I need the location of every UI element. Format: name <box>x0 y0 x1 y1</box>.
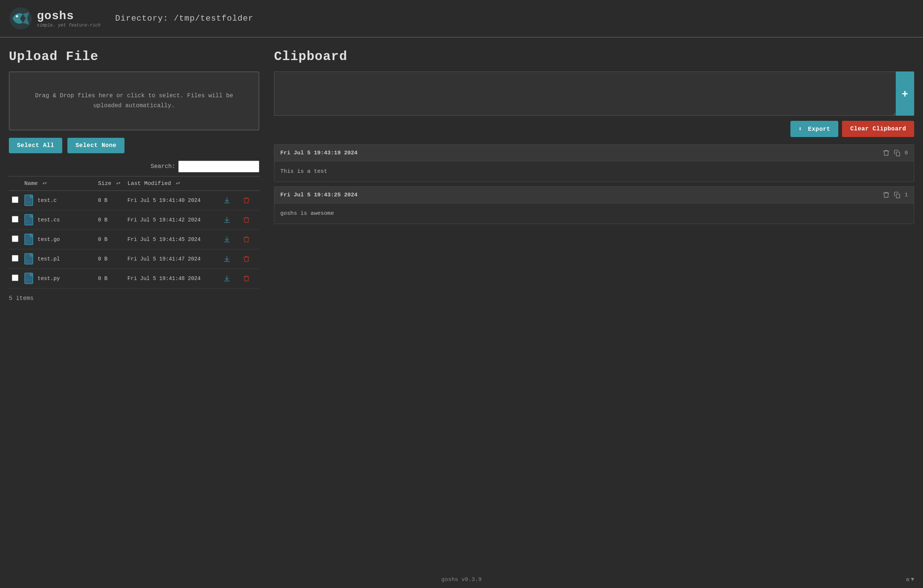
row-checkbox-cell <box>9 269 21 289</box>
footer-version: goshs v0.3.9 <box>441 576 481 583</box>
svg-text:</>: </> <box>26 240 30 242</box>
row-size: 0 B <box>95 269 125 289</box>
table-header-row: Name ▲▼ Size ▲▼ Last Modified ▲▼ <box>9 176 259 191</box>
table-row: </> test.py 0 B Fri Jul 5 19:41:48 2024 <box>9 269 259 289</box>
clipboard-entries-list: Fri Jul 5 19:43:19 2024 0 This is a test… <box>274 145 914 224</box>
logo-area: goshs simple. yet feature-rich <box>9 7 100 30</box>
file-row-checkbox-1[interactable] <box>12 216 18 223</box>
clipboard-entry-body: goshs is awesome <box>274 204 914 223</box>
file-type-icon: </> <box>24 253 34 265</box>
row-download-cell[interactable] <box>220 250 240 269</box>
download-icon[interactable] <box>223 197 231 204</box>
trash-icon[interactable] <box>243 216 250 223</box>
select-none-button[interactable]: Select None <box>67 138 125 153</box>
export-label: Export <box>808 126 831 133</box>
items-count: 5 items <box>9 295 259 302</box>
row-download-cell[interactable] <box>220 269 240 289</box>
th-size[interactable]: Size ▲▼ <box>95 176 125 191</box>
row-delete-cell[interactable] <box>240 230 259 250</box>
file-type-icon: </> <box>24 233 34 245</box>
clipboard-entry-actions: 1 <box>882 191 908 199</box>
logo-title: goshs <box>37 9 100 23</box>
row-download-cell[interactable] <box>220 210 240 230</box>
name-sort-icon[interactable]: ▲▼ <box>43 181 47 185</box>
row-size: 0 B <box>95 191 125 210</box>
trash-icon[interactable] <box>243 255 250 263</box>
clipboard-timestamp: Fri Jul 5 19:43:19 2024 <box>280 149 358 156</box>
footer: goshs v0.3.9 ⚙ ▼ <box>0 571 923 588</box>
footer-dropdown-icon: ▼ <box>911 576 914 583</box>
file-row-checkbox-3[interactable] <box>12 255 18 261</box>
entry-trash-icon[interactable] <box>882 149 890 156</box>
row-download-cell[interactable] <box>220 191 240 210</box>
file-select-buttons: Select All Select None <box>9 138 259 153</box>
size-sort-icon[interactable]: ▲▼ <box>117 181 121 185</box>
clipboard-input-row: + <box>274 71 914 116</box>
th-modified-label: Last Modified <box>127 180 171 187</box>
clear-clipboard-button[interactable]: Clear Clipboard <box>842 121 914 137</box>
row-name-cell: </> test.c <box>21 191 95 210</box>
footer-settings[interactable]: ⚙ ▼ <box>906 576 914 583</box>
row-checkbox-cell <box>9 230 21 250</box>
file-row-checkbox-4[interactable] <box>12 274 18 281</box>
export-button[interactable]: ⬇ Export <box>790 121 839 137</box>
row-delete-cell[interactable] <box>240 210 259 230</box>
search-input[interactable] <box>178 161 259 172</box>
download-icon[interactable] <box>223 216 231 223</box>
row-modified: Fri Jul 5 19:41:48 2024 <box>125 269 220 289</box>
th-size-label: Size <box>98 180 111 187</box>
row-modified: Fri Jul 5 19:41:45 2024 <box>125 230 220 250</box>
table-row: </> test.go 0 B Fri Jul 5 19:41:45 2024 <box>9 230 259 250</box>
entry-trash-icon[interactable] <box>882 191 890 199</box>
file-type-icon: </> <box>24 214 34 226</box>
dropzone-text: Drag & Drop files here or click to selec… <box>21 91 248 111</box>
entry-copy-icon[interactable] <box>893 149 901 156</box>
right-panel: Clipboard + ⬇ Export Clear Clipboard Fri… <box>274 49 914 302</box>
th-name[interactable]: Name ▲▼ <box>21 176 95 191</box>
clipboard-textarea[interactable] <box>274 71 896 116</box>
file-table-body: </> test.c 0 B Fri Jul 5 19:41:40 2024 <box>9 191 259 289</box>
download-icon[interactable] <box>223 236 231 243</box>
svg-text:</>: </> <box>26 201 30 204</box>
table-row: </> test.cs 0 B Fri Jul 5 19:41:42 2024 <box>9 210 259 230</box>
file-name: test.go <box>38 237 60 242</box>
header: goshs simple. yet feature-rich Directory… <box>0 0 923 38</box>
upload-section-title: Upload File <box>9 49 259 64</box>
clipboard-entry-actions: 0 <box>882 149 908 156</box>
row-delete-cell[interactable] <box>240 250 259 269</box>
search-row: Search: <box>9 161 259 172</box>
logo-subtitle: simple. yet feature-rich <box>37 23 100 28</box>
th-modified[interactable]: Last Modified ▲▼ <box>125 176 220 191</box>
table-row: </> test.c 0 B Fri Jul 5 19:41:40 2024 <box>9 191 259 210</box>
trash-icon[interactable] <box>243 275 250 282</box>
row-name-cell: </> test.cs <box>21 210 95 230</box>
clipboard-entry-count: 1 <box>905 192 908 198</box>
row-size: 0 B <box>95 230 125 250</box>
header-path: Directory: /tmp/testfolder <box>115 14 253 23</box>
trash-icon[interactable] <box>243 236 250 243</box>
download-icon: ⬇ <box>798 126 802 133</box>
clipboard-add-button[interactable]: + <box>896 71 914 116</box>
th-delete <box>240 176 259 191</box>
download-icon[interactable] <box>223 255 231 263</box>
file-row-checkbox-2[interactable] <box>12 235 18 242</box>
th-checkbox <box>9 176 21 191</box>
trash-icon[interactable] <box>243 197 250 204</box>
download-icon[interactable] <box>223 275 231 282</box>
row-modified: Fri Jul 5 19:41:47 2024 <box>125 250 220 269</box>
svg-rect-13 <box>897 194 900 198</box>
row-download-cell[interactable] <box>220 230 240 250</box>
row-name-cell: </> test.pl <box>21 250 95 269</box>
row-delete-cell[interactable] <box>240 191 259 210</box>
select-all-button[interactable]: Select All <box>9 138 62 153</box>
row-delete-cell[interactable] <box>240 269 259 289</box>
row-size: 0 B <box>95 250 125 269</box>
file-name: test.c <box>38 197 57 204</box>
upload-dropzone[interactable]: Drag & Drop files here or click to selec… <box>9 71 259 130</box>
file-row-checkbox-0[interactable] <box>12 196 18 203</box>
file-name: test.py <box>38 276 60 281</box>
modified-sort-icon[interactable]: ▲▼ <box>176 181 181 185</box>
clipboard-entry: Fri Jul 5 19:43:25 2024 1 goshs is aweso… <box>274 186 914 224</box>
entry-copy-icon[interactable] <box>893 191 901 199</box>
clipboard-entry-count: 0 <box>905 150 908 156</box>
